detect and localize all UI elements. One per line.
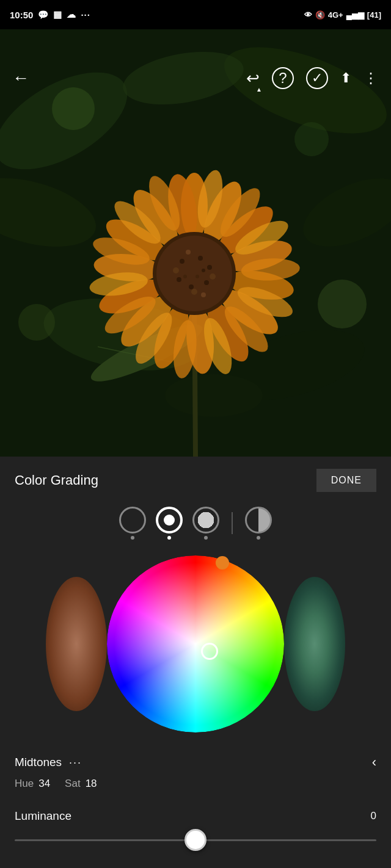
- midtones-header: Midtones ··· ‹: [15, 754, 376, 770]
- blending-tab-circle: [245, 507, 272, 533]
- blending-tab[interactable]: [245, 507, 272, 540]
- svg-point-49: [207, 265, 212, 270]
- status-time: 10:50: [10, 10, 33, 20]
- svg-point-54: [196, 275, 199, 278]
- color-grading-header: Color Grading DONE: [0, 457, 391, 502]
- bottom-panel: Color Grading DONE: [0, 457, 391, 868]
- signal-type: 4G+: [328, 10, 343, 20]
- svg-point-47: [180, 259, 185, 264]
- midtones-tab-circle: [156, 507, 183, 533]
- color-wheel-accent-dot: [216, 556, 229, 570]
- hue-sat-row: Hue 34 Sat 18: [15, 778, 376, 790]
- svg-point-57: [210, 273, 216, 280]
- midtones-section: Midtones ··· ‹ Hue 34 Sat 18: [0, 745, 391, 805]
- svg-point-56: [173, 267, 179, 273]
- midtones-options-button[interactable]: ···: [69, 756, 82, 769]
- svg-point-59: [186, 250, 191, 255]
- svg-point-51: [189, 284, 194, 289]
- toolbar-right-icons: ↩ ▲ ? ✓ ⬆ ⋮: [246, 67, 379, 89]
- svg-point-10: [294, 122, 329, 156]
- more-options-button[interactable]: ⋮: [364, 70, 379, 87]
- svg-point-60: [201, 292, 206, 297]
- blending-tab-dot: [257, 536, 260, 540]
- signal-bars-icon: ▄▅▆: [346, 10, 364, 20]
- messenger-icon: 💬: [38, 10, 48, 20]
- svg-point-58: [191, 289, 197, 295]
- photo-area: ← ↩ ▲ ? ✓ ⬆ ⋮: [0, 29, 391, 457]
- weather-icon: ☁: [67, 9, 76, 20]
- share-button[interactable]: ⬆: [340, 70, 351, 86]
- hue-value: 34: [38, 778, 50, 790]
- more-status-icon: ···: [81, 10, 90, 20]
- shadows-color-wheel[interactable]: [46, 577, 107, 711]
- svg-point-52: [177, 277, 181, 282]
- svg-point-46: [156, 236, 232, 311]
- luminance-slider-container[interactable]: [15, 830, 376, 850]
- shadows-tab[interactable]: [119, 507, 146, 540]
- highlights-tab-dot: [204, 536, 208, 540]
- midtones-color-wheel-wrapper[interactable]: [107, 555, 284, 732]
- confirm-button[interactable]: ✓: [306, 67, 328, 89]
- back-button[interactable]: ←: [12, 68, 29, 88]
- luminance-header: Luminance 0: [15, 809, 376, 823]
- svg-point-53: [183, 275, 187, 278]
- eye-icon: 👁: [304, 10, 312, 20]
- svg-point-50: [204, 280, 209, 285]
- color-wheel-canvas: [107, 555, 284, 732]
- shadows-tab-circle: [119, 507, 146, 533]
- color-wheel-container: [0, 549, 391, 745]
- undo-button[interactable]: ↩ ▲: [246, 69, 260, 88]
- luminance-slider-track: [15, 839, 376, 841]
- sat-label: Sat: [65, 778, 81, 790]
- highlights-tab[interactable]: [192, 507, 219, 540]
- highlights-tab-circle: [192, 507, 219, 533]
- battery-status: [41]: [367, 10, 381, 20]
- luminance-value: 0: [371, 810, 376, 822]
- done-button[interactable]: DONE: [316, 469, 376, 492]
- notification-icon: ▦: [53, 9, 62, 20]
- hue-label: Hue: [15, 778, 34, 790]
- highlights-color-wheel[interactable]: [284, 577, 345, 711]
- svg-point-55: [202, 269, 205, 272]
- svg-point-11: [318, 280, 367, 328]
- svg-point-12: [18, 304, 55, 341]
- luminance-section: Luminance 0: [0, 805, 391, 859]
- tab-divider: [232, 512, 233, 534]
- midtones-label-group: Midtones ···: [15, 756, 82, 769]
- shadows-tab-dot: [131, 536, 134, 540]
- top-toolbar: ← ↩ ▲ ? ✓ ⬆ ⋮: [0, 59, 391, 98]
- sat-value: 18: [86, 778, 97, 790]
- luminance-slider-thumb[interactable]: [185, 829, 206, 851]
- color-grading-title: Color Grading: [15, 472, 98, 488]
- midtones-tab-dot: [167, 536, 171, 540]
- status-bar: 10:50 💬 ▦ ☁ ··· 👁 🔇 4G+ ▄▅▆ [41]: [0, 0, 391, 29]
- color-wheel-main[interactable]: [107, 555, 284, 732]
- midtones-tab[interactable]: [156, 507, 183, 540]
- color-wheel-selector[interactable]: [201, 643, 218, 660]
- midtones-collapse-button[interactable]: ‹: [372, 754, 376, 770]
- midtones-title: Midtones: [15, 756, 62, 769]
- luminance-label: Luminance: [15, 809, 71, 823]
- status-right: 👁 🔇 4G+ ▄▅▆ [41]: [304, 10, 381, 20]
- wheel-tabs: [0, 502, 391, 549]
- mute-icon: 🔇: [315, 10, 325, 20]
- help-button[interactable]: ?: [272, 67, 294, 89]
- svg-point-48: [198, 256, 203, 261]
- status-left: 10:50 💬 ▦ ☁ ···: [10, 9, 90, 20]
- svg-point-8: [165, 374, 263, 417]
